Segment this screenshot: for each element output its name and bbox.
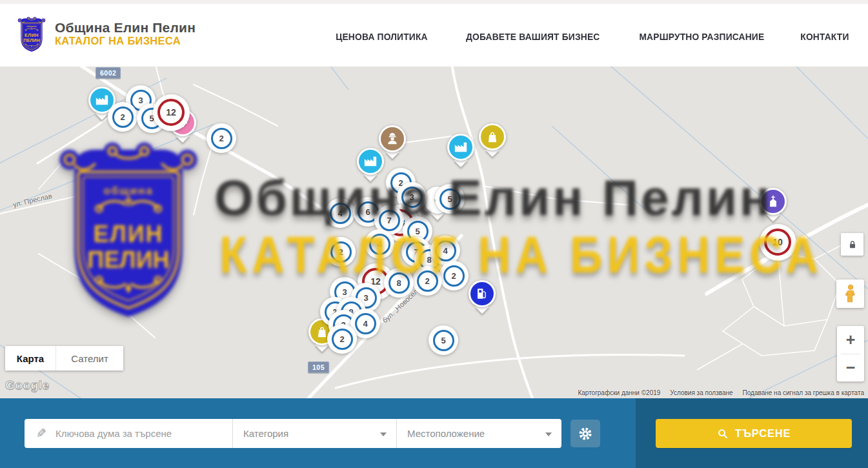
cluster-count: 2 (112, 107, 134, 128)
main-nav: ЦЕНОВА ПОЛИТИКА ДОБАВЕТЕ ВАШИЯТ БИЗНЕС М… (332, 31, 851, 42)
chevron-down-icon (380, 432, 387, 436)
nav-item-route-schedule[interactable]: МАРШРУТНО РАЗПИСАНИЕ (640, 31, 765, 42)
nav-item-contacts[interactable]: КОНТАКТИ (800, 31, 849, 42)
cluster-marker[interactable]: 4 (365, 229, 394, 259)
cluster-count: 3 (401, 187, 423, 208)
shopping-bag-icon (485, 130, 500, 144)
cluster-count: 5 (433, 330, 454, 351)
zoom-control: + − (837, 326, 864, 382)
cluster-count: 4 (435, 240, 456, 261)
logo-text: Община Елин Пелин КАТАЛОГ НА БИЗНЕСА (55, 20, 196, 47)
gear-icon (578, 426, 593, 442)
factory-icon (454, 140, 468, 154)
map-type-map-button[interactable]: Карта (5, 346, 56, 371)
pin-circle (479, 123, 506, 150)
cluster-marker[interactable]: 2 (439, 261, 469, 290)
site-logo[interactable]: Община Елин Пелин КАТАЛОГ НА БИЗНЕСА (17, 14, 196, 53)
map-canvas[interactable]: 6002105ул. Преславбул. „Новосел 32512223… (0, 66, 868, 398)
cluster-count: 12 (157, 99, 185, 126)
map-pin[interactable] (479, 123, 506, 150)
pin-circle (760, 188, 787, 215)
cluster-count: 2 (417, 270, 438, 292)
map-pin[interactable] (469, 280, 496, 307)
fuel-pump-icon (475, 287, 489, 301)
site-header: Община Елин Пелин КАТАЛОГ НА БИЗНЕСА ЦЕН… (0, 0, 868, 66)
category-dropdown-value: Категория (243, 428, 288, 439)
lock-icon (847, 239, 858, 250)
cluster-count: 4 (330, 203, 351, 224)
cluster-marker[interactable]: 12 (153, 94, 190, 131)
map-attribution: Картографски данни ©2019 Условия за полз… (578, 389, 864, 396)
pencil-icon: ✎ (36, 426, 46, 441)
search-input-group: ✎ Категория Местоположение (25, 419, 561, 448)
cluster-count: 10 (764, 229, 791, 256)
keyword-segment: ✎ (25, 419, 232, 448)
factory-icon (363, 154, 378, 168)
attribution-copyright: Картографски данни ©2019 (578, 389, 660, 396)
keyword-search-input[interactable] (54, 427, 232, 440)
cluster-count: 8 (389, 272, 410, 294)
attribution-report-link[interactable]: Подаване на сигнал за грешка в картата (743, 389, 864, 396)
cluster-marker[interactable]: 2 (412, 266, 442, 296)
location-dropdown-value: Местоположение (407, 428, 485, 439)
search-button[interactable]: ТЪРСЕНЕ (656, 419, 852, 448)
cluster-count: 2 (330, 241, 352, 263)
zoom-out-button[interactable]: − (837, 354, 864, 382)
map-type-control: Карта Сателит (5, 346, 123, 371)
pin-circle (447, 134, 474, 161)
site-subtitle: КАТАЛОГ НА БИЗНЕСА (55, 35, 196, 46)
map-pin[interactable] (447, 134, 474, 161)
cluster-count: 2 (443, 265, 465, 287)
cluster-marker[interactable]: 4 (325, 198, 355, 228)
location-dropdown[interactable]: Местоположение (397, 419, 561, 448)
cluster-marker[interactable]: 2 (326, 237, 356, 267)
category-dropdown[interactable]: Категория (233, 419, 396, 448)
cluster-count: 2 (211, 128, 232, 149)
cluster-count: 4 (369, 234, 390, 255)
pin-circle (357, 148, 384, 175)
search-bar-right: ТЪРСЕНЕ (636, 398, 868, 468)
chevron-down-icon (545, 432, 552, 436)
page: Община Елин Пелин КАТАЛОГ НА БИЗНЕСА ЦЕН… (0, 0, 868, 468)
cluster-count: 2 (332, 329, 353, 350)
cluster-marker[interactable]: 5 (435, 184, 465, 214)
nav-item-add-business[interactable]: ДОБАВЕТЕ ВАШИЯТ БИЗНЕС (466, 31, 600, 42)
cluster-marker[interactable]: 8 (384, 268, 414, 298)
pin-circle (469, 280, 496, 307)
cluster-marker[interactable]: 2 (207, 123, 236, 153)
pegman-icon (843, 284, 858, 303)
lock-button[interactable] (841, 233, 863, 256)
church-icon (766, 194, 780, 209)
search-icon (717, 428, 729, 440)
google-logo[interactable]: Google (5, 378, 49, 392)
cluster-count: 4 (355, 313, 376, 334)
logo-emblem-icon (17, 16, 46, 53)
zoom-in-button[interactable]: + (837, 326, 864, 354)
search-button-label: ТЪРСЕНЕ (735, 427, 791, 440)
map-pin[interactable] (760, 188, 787, 215)
cluster-count: 7 (379, 210, 400, 231)
map-type-satellite-button[interactable]: Сателит (56, 346, 123, 371)
map-pin[interactable] (357, 148, 384, 175)
cluster-count: 5 (439, 188, 461, 210)
street-view-pegman-button[interactable] (836, 280, 864, 308)
attribution-terms-link[interactable]: Условия за ползване (670, 389, 732, 396)
top-strip (0, 0, 868, 4)
search-bar: ✎ Категория Местоположение (0, 398, 636, 468)
nav-item-pricing[interactable]: ЦЕНОВА ПОЛИТИКА (336, 31, 427, 42)
advanced-settings-button[interactable] (570, 420, 600, 447)
site-title: Община Елин Пелин (55, 20, 196, 36)
cluster-marker[interactable]: 5 (429, 325, 458, 355)
worker-icon (385, 132, 399, 146)
cluster-marker[interactable]: 2 (108, 102, 137, 132)
cluster-marker[interactable]: 10 (760, 224, 796, 261)
factory-icon (95, 93, 109, 107)
cluster-marker[interactable]: 2 (327, 324, 357, 354)
map-markers: 32512223513467524784221283338342510 (0, 66, 868, 398)
